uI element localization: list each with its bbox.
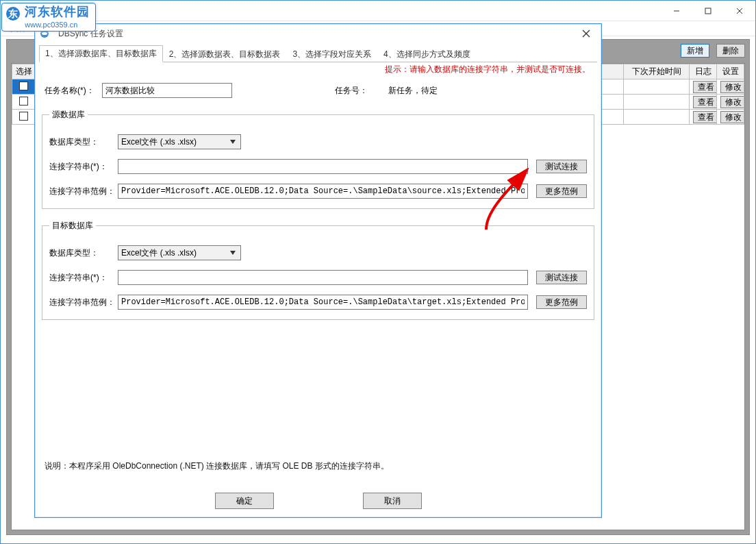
target-db-type-value: Excel文件 (.xls .xlsx) xyxy=(121,247,197,259)
svg-rect-2 xyxy=(705,8,711,14)
source-conn-str-input[interactable] xyxy=(118,159,528,174)
row-checkbox[interactable] xyxy=(19,97,28,106)
dialog-content: 提示：请输入数据库的连接字符串，并测试是否可连接。 任务名称(*)： 任务号： … xyxy=(40,64,596,476)
source-db-type-select[interactable]: Excel文件 (.xls .xlsx) xyxy=(118,134,241,149)
modify-row-button[interactable]: 修改 xyxy=(720,81,744,93)
watermark-title: 河东软件园 xyxy=(25,5,90,18)
target-conn-str-input[interactable] xyxy=(118,270,528,285)
add-button[interactable]: 新增 xyxy=(681,44,709,58)
target-test-conn-button[interactable]: 测试连接 xyxy=(536,271,587,284)
dialog-footer: 确定 取消 xyxy=(35,493,601,509)
modify-row-button[interactable]: 修改 xyxy=(720,111,744,123)
maximize-button[interactable] xyxy=(692,1,724,21)
watermark-icon: 东 xyxy=(6,7,20,21)
target-db-legend: 目标数据库 xyxy=(49,220,96,232)
dialog-titlebar: DBSync 任务设置 xyxy=(35,24,601,43)
tab-step1[interactable]: 1、选择源数据库、目标数据库 xyxy=(39,45,163,62)
delete-button[interactable]: 删除 xyxy=(716,44,745,58)
source-more-examples-button[interactable]: 更多范例 xyxy=(536,184,587,198)
close-button[interactable] xyxy=(724,1,755,21)
minimize-button[interactable] xyxy=(661,1,692,21)
task-name-label: 任务名称(*)： xyxy=(40,85,102,97)
target-conn-example-input[interactable] xyxy=(118,295,528,310)
source-db-legend: 源数据库 xyxy=(49,109,88,121)
target-conn-str-label: 连接字符串(*)： xyxy=(49,272,118,284)
dialog-close-button[interactable] xyxy=(577,27,596,40)
tab-step4[interactable]: 4、选择同步方式及频度 xyxy=(377,46,477,62)
view-log-button[interactable]: 查看 xyxy=(693,96,717,108)
task-name-input[interactable] xyxy=(102,83,232,98)
main-titlebar: DBSync V1.1 xyxy=(1,1,755,21)
cancel-button[interactable]: 取消 xyxy=(363,493,422,509)
tab-step2[interactable]: 2、选择源数据表、目标数据表 xyxy=(163,46,287,62)
watermark-url: www.pc0359.cn xyxy=(25,21,77,29)
target-more-examples-button[interactable]: 更多范例 xyxy=(536,295,587,309)
col-log: 日志 xyxy=(690,64,717,79)
col-settings: 设置 xyxy=(717,64,744,79)
ok-button[interactable]: 确定 xyxy=(215,493,274,509)
source-conn-example-label: 连接字符串范例： xyxy=(49,186,118,197)
col-select: 选择 xyxy=(12,64,36,79)
task-no-value: 新任务，待定 xyxy=(388,85,438,97)
task-settings-dialog: DBSync 任务设置 1、选择源数据库、目标数据库 2、选择源数据表、目标数据… xyxy=(34,23,602,518)
row-checkbox[interactable] xyxy=(19,82,28,90)
view-log-button[interactable]: 查看 xyxy=(693,81,717,93)
tab-step3[interactable]: 3、选择字段对应关系 xyxy=(286,46,377,62)
view-log-button[interactable]: 查看 xyxy=(693,111,717,123)
source-test-conn-button[interactable]: 测试连接 xyxy=(536,160,587,173)
hint-text: 提示：请输入数据库的连接字符串，并测试是否可连接。 xyxy=(40,64,596,76)
source-conn-example-input[interactable] xyxy=(118,184,528,199)
target-db-type-label: 数据库类型： xyxy=(49,247,118,259)
target-conn-example-label: 连接字符串范例： xyxy=(49,297,118,308)
chevron-down-icon xyxy=(228,248,238,258)
site-watermark: 东 河东软件园 www.pc0359.cn xyxy=(1,3,96,32)
modify-row-button[interactable]: 修改 xyxy=(720,96,744,108)
source-db-type-value: Excel文件 (.xls .xlsx) xyxy=(121,136,197,148)
source-db-group: 源数据库 数据库类型： Excel文件 (.xls .xlsx) 连接字符串(*… xyxy=(42,109,594,209)
source-db-type-label: 数据库类型： xyxy=(49,136,118,148)
col-next-start: 下次开始时间 xyxy=(624,64,690,79)
tabstrip: 1、选择源数据库、目标数据库 2、选择源数据表、目标数据表 3、选择字段对应关系… xyxy=(39,46,597,62)
row-checkbox[interactable] xyxy=(19,112,28,121)
target-db-type-select[interactable]: Excel文件 (.xls .xlsx) xyxy=(118,245,241,260)
target-db-group: 目标数据库 数据库类型： Excel文件 (.xls .xlsx) 连接字符串(… xyxy=(42,220,594,320)
source-conn-str-label: 连接字符串(*)： xyxy=(49,161,118,173)
footer-note: 说明：本程序采用 OleDbConnection (.NET) 连接数据库，请填… xyxy=(45,460,592,472)
chevron-down-icon xyxy=(228,137,238,147)
task-no-label: 任务号： xyxy=(335,85,368,97)
